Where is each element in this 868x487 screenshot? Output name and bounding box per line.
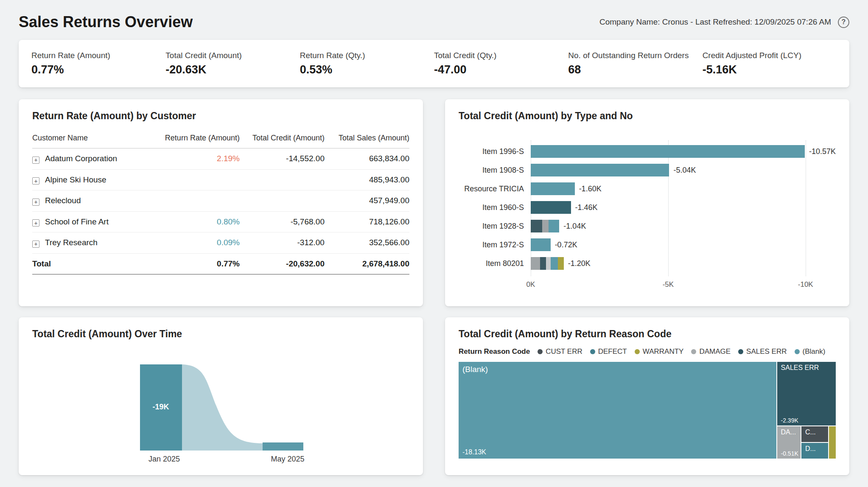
customer-name: School of Fine Art [45,217,109,226]
area-data-label: -19K [152,403,169,411]
bar-category-axis: Item 1996-S Item 1908-S Resource TRICIA … [459,142,531,273]
legend-label: DEFECT [598,347,627,356]
bar-row: -1.60K [531,179,836,198]
area-tail-block[interactable] [263,442,303,451]
column-header-total-credit[interactable]: Total Credit (Amount) [240,129,325,148]
area-chart-title: Total Credit (Amount) Over Time [32,328,409,340]
page-title: Sales Returns Overview [19,13,193,31]
bar-item-1960s[interactable] [531,201,571,214]
bar-item-1928s[interactable] [531,220,559,232]
legend-dot-icon [635,349,640,354]
treemap-title: Total Credit (Amount) by Return Reason C… [459,328,836,340]
block-value: -2.39K [781,417,798,424]
treemap-block-defect[interactable]: D... [801,443,828,459]
legend-dot-icon [691,349,696,354]
total-label: Total [32,253,149,274]
bar-value-label: -0.72K [555,241,577,249]
legend-dot-icon [738,349,743,354]
bar-row: -5.04K [531,161,836,179]
bar-value-label: -1.46K [575,203,598,212]
table-row[interactable]: +Alpine Ski House 485,943.00 [32,169,409,190]
legend-dot-icon [590,349,595,354]
block-value: -0.51K [781,450,798,457]
bar-segment [531,201,571,214]
legend-label: DAMAGE [699,347,731,356]
sales-cell: 718,126.00 [325,211,409,232]
kpi-value: -47.00 [434,63,564,76]
topbar: Sales Returns Overview Company Name: Cro… [19,10,849,34]
column-header-total-sales[interactable]: Total Sales (Amount) [325,129,409,148]
treemap-block-blank[interactable]: (Blank) -18.13K [459,362,776,459]
expand-icon[interactable]: + [32,157,39,164]
kpi-label: Credit Adjusted Profit (LCY) [703,51,832,60]
legend-item-cust-err[interactable]: CUST ERR [538,347,582,356]
rate-cell: 0.09% [149,232,240,254]
legend-label: WARRANTY [643,347,684,356]
kpi-return-rate-qty: Return Rate (Qty.) 0.53% [300,51,434,76]
expand-icon[interactable]: + [32,241,39,248]
bar-item-1996s[interactable] [531,145,805,158]
expand-icon[interactable]: + [32,199,39,206]
table-row[interactable]: +Relecloud 457,949.00 [32,190,409,212]
bar-segment [531,220,542,232]
block-label: (Blank) [462,365,488,374]
help-icon[interactable]: ? [838,17,849,28]
kpi-value: -5.16K [703,63,832,76]
table-total-row: Total 0.77% -20,632.00 2,678,418.00 [32,253,409,274]
sales-returns-dashboard: Sales Returns Overview Company Name: Cro… [0,0,868,487]
expand-icon[interactable]: + [32,177,39,185]
kpi-total-credit-qty: Total Credit (Qty.) -47.00 [434,51,568,76]
axis-tick-neg10k: -10K [798,280,813,289]
sales-cell: 485,943.00 [325,169,409,190]
bar-segment [546,257,551,270]
area-decline-shape[interactable] [182,364,263,451]
sales-cell: 457,949.00 [325,190,409,212]
kpi-label: Total Credit (Qty.) [434,51,564,60]
treemap-block-sales-err[interactable]: SALES ERR -2.39K [777,362,836,425]
table-row[interactable]: +School of Fine Art 0.80% -5,768.00 718,… [32,211,409,232]
area-chart-card: Total Credit (Amount) Over Time -19K Jan… [19,317,423,475]
block-label: DA... [781,428,796,436]
column-header-return-rate[interactable]: Return Rate (Amount) [149,129,240,148]
expand-icon[interactable]: + [32,219,39,227]
treemap-block-damage[interactable]: DA... -0.51K [777,426,801,459]
bar-category-label: Item 1996-S [459,142,531,161]
report-meta: Company Name: Cronus - Last Refreshed: 1… [599,17,849,28]
rate-cell: 2.19% [149,148,240,170]
credit-cell: -5,768.00 [240,211,325,232]
bar-segment [540,257,546,270]
bar-chart-card: Total Credit (Amount) by Type and No Ite… [445,99,849,306]
legend-item-damage[interactable]: DAMAGE [691,347,731,356]
company-refresh-text: Company Name: Cronus - Last Refreshed: 1… [599,17,831,27]
legend-item-defect[interactable]: DEFECT [590,347,627,356]
bar-item-1908s[interactable] [531,164,669,176]
treemap-block-warranty[interactable] [829,426,836,459]
legend-item-blank[interactable]: (Blank) [795,347,826,356]
table-row[interactable]: +Trey Research 0.09% -312.00 352,566.00 [32,232,409,254]
area-chart-svg [32,364,414,451]
bar-segment [531,164,669,176]
legend-item-sales-err[interactable]: SALES ERR [738,347,787,356]
customer-name: Adatum Corporation [45,154,117,163]
column-header-customer-name[interactable]: Customer Name [32,129,149,148]
bar-item-1972s[interactable] [531,238,551,251]
bar-chart: Item 1996-S Item 1908-S Resource TRICIA … [459,142,836,273]
bar-x-axis: 0K -5K -10K [459,280,836,291]
block-label: SALES ERR [781,364,819,372]
treemap-card: Total Credit (Amount) by Return Reason C… [445,317,849,475]
credit-cell [240,169,325,190]
bar-item-80201[interactable] [531,257,564,270]
bar-category-label: Item 1908-S [459,161,531,179]
bar-resource-tricia[interactable] [531,182,575,195]
bar-row: -10.57K [531,142,836,161]
rate-cell [149,169,240,190]
bar-row: -1.46K [531,198,836,217]
total-sales: 2,678,418.00 [325,253,409,274]
credit-cell: -312.00 [240,232,325,254]
bar-category-label: Resource TRICIA [459,179,531,198]
legend-item-warranty[interactable]: WARRANTY [635,347,684,356]
kpi-value: 0.77% [31,63,161,76]
kpi-strip: Return Rate (Amount) 0.77% Total Credit … [19,40,849,87]
table-row[interactable]: +Adatum Corporation 2.19% -14,552.00 663… [32,148,409,170]
treemap-block-cust-err[interactable]: C... [801,426,828,442]
